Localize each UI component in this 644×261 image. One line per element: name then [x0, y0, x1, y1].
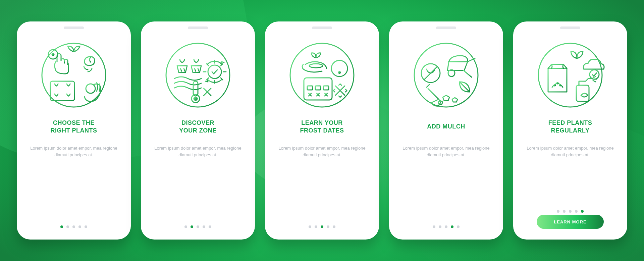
phone-notch	[64, 27, 84, 29]
svg-rect-26	[307, 86, 313, 90]
pager-dot[interactable]	[327, 225, 329, 228]
pager-dot[interactable]	[445, 225, 447, 228]
pager-dot[interactable]	[309, 225, 311, 228]
pager-dot[interactable]	[209, 225, 211, 228]
pager-dot[interactable]	[581, 210, 584, 213]
screen-title: LEARN YOUR FROST DATES	[300, 118, 344, 136]
pagination-dots	[309, 225, 335, 228]
pager-dot[interactable]	[184, 225, 187, 228]
frost-dates-icon	[285, 38, 359, 112]
screen-body: Lorem ipsum dolor amet empor, mea region…	[24, 145, 123, 158]
svg-point-11	[194, 97, 197, 100]
feed-plants-icon	[533, 38, 607, 112]
onboarding-screen-1: CHOOSE THE RIGHT PLANTS Lorem ipsum dolo…	[17, 21, 131, 240]
pager-dot[interactable]	[457, 225, 460, 228]
pager-dot[interactable]	[575, 210, 578, 213]
svg-point-18	[309, 64, 323, 68]
onboarding-screen-5: FEED PLANTS REGULARLY Lorem ipsum dolor …	[513, 21, 627, 240]
onboarding-screen-2: DISCOVER YOUR ZONE Lorem ipsum dolor ame…	[141, 21, 255, 240]
learn-more-button[interactable]: LEARN MORE	[537, 215, 604, 229]
svg-point-21	[339, 72, 340, 73]
screen-title: ADD MULCH	[427, 118, 465, 136]
pager-dot[interactable]	[78, 225, 81, 228]
pager-dot[interactable]	[203, 225, 205, 228]
svg-point-6	[86, 84, 95, 93]
svg-point-54	[554, 85, 555, 86]
phone-notch	[188, 27, 208, 29]
pager-dot[interactable]	[569, 210, 572, 213]
pager-dot[interactable]	[451, 225, 453, 228]
pager-dot[interactable]	[197, 225, 199, 228]
choose-plants-icon	[37, 38, 111, 112]
screen-title: FEED PLANTS REGULARLY	[548, 118, 592, 136]
svg-line-49	[464, 70, 472, 77]
svg-point-56	[559, 85, 561, 86]
onboarding-screen-4: ADD MULCH Lorem ipsum dolor amet empor, …	[389, 21, 503, 240]
onboarding-screen-3: LEARN YOUR FROST DATES Lorem ipsum dolor…	[265, 21, 379, 240]
screen-title: DISCOVER YOUR ZONE	[179, 118, 217, 136]
phone-notch	[560, 27, 580, 29]
add-mulch-icon	[409, 38, 483, 112]
pagination-dots	[60, 225, 87, 228]
pager-dot[interactable]	[315, 225, 317, 228]
svg-line-51	[428, 89, 439, 99]
screen-body: Lorem ipsum dolor amet empor, mea region…	[272, 145, 372, 158]
pager-dot[interactable]	[60, 225, 63, 228]
screen-body: Lorem ipsum dolor amet empor, mea region…	[148, 145, 248, 158]
pager-dot[interactable]	[557, 210, 559, 213]
svg-rect-59	[576, 85, 589, 101]
pager-dot[interactable]	[85, 225, 87, 228]
phone-row: CHOOSE THE RIGHT PLANTS Lorem ipsum dolo…	[17, 21, 627, 240]
pager-dot[interactable]	[433, 225, 435, 228]
pager-dot[interactable]	[333, 225, 335, 228]
phone-notch	[312, 27, 332, 29]
svg-point-16	[208, 65, 221, 79]
svg-rect-27	[315, 86, 321, 90]
pager-dot[interactable]	[439, 225, 441, 228]
pager-dot[interactable]	[191, 225, 193, 228]
svg-rect-28	[323, 86, 329, 90]
pagination-dots	[557, 210, 584, 213]
svg-point-53	[590, 70, 599, 79]
pager-dot[interactable]	[66, 225, 69, 228]
pager-dot[interactable]	[563, 210, 566, 213]
pager-dot[interactable]	[321, 225, 323, 228]
screen-body: Lorem ipsum dolor amet empor, mea region…	[521, 145, 620, 158]
screen-body: Lorem ipsum dolor amet empor, mea region…	[396, 145, 496, 158]
svg-point-55	[557, 83, 558, 84]
discover-zone-icon	[161, 38, 235, 112]
pagination-dots	[433, 225, 460, 228]
pagination-dots	[184, 225, 211, 228]
screen-title: CHOOSE THE RIGHT PLANTS	[51, 118, 97, 136]
pager-dot[interactable]	[72, 225, 75, 228]
svg-point-2	[52, 53, 54, 55]
phone-notch	[436, 27, 456, 29]
